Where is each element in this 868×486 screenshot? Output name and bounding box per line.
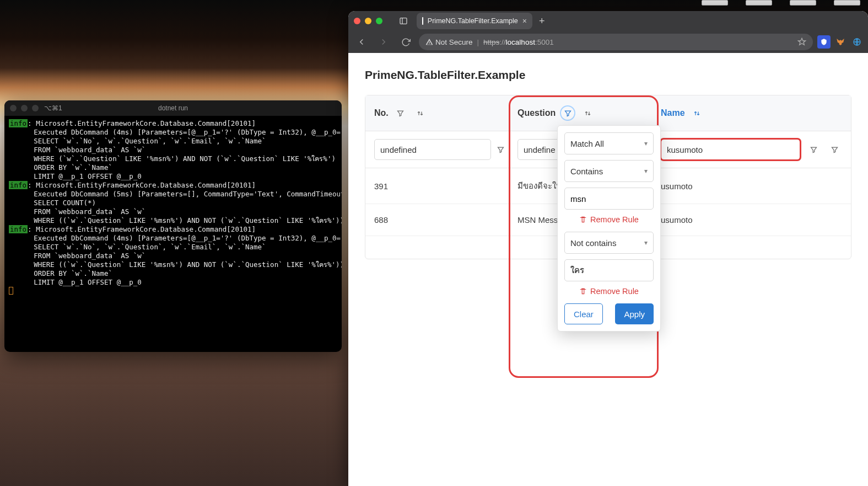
rule-operator-label: Not contains [570, 238, 616, 248]
match-mode-label: Match All [570, 139, 604, 148]
browser-tabstrip: PrimeNG.TableFilter.Example × + [348, 11, 868, 31]
rule-operator-select[interactable]: Not contains ▾ [564, 232, 654, 254]
sidebar-toggle-icon[interactable] [396, 13, 411, 29]
filter-input-no[interactable] [374, 139, 491, 160]
remove-rule-label: Remove Rule [590, 215, 639, 224]
sort-icon[interactable] [580, 105, 595, 121]
terminal-titlebar[interactable]: ⌥⌘1 dotnet run [4, 100, 342, 116]
window-zoom-dot[interactable] [376, 18, 382, 24]
extension-icon-globe[interactable] [850, 35, 864, 49]
filter-icon[interactable] [497, 142, 505, 157]
addr-separator: | [477, 38, 479, 46]
filter-icon[interactable] [806, 142, 821, 157]
svg-rect-0 [400, 18, 407, 24]
terminal-window: ⌥⌘1 dotnet run info: Microsoft.EntityFra… [4, 100, 342, 352]
sort-asc-icon[interactable] [689, 105, 705, 121]
back-button[interactable] [353, 33, 370, 51]
tab-close-icon[interactable]: × [522, 17, 527, 25]
remove-rule-button[interactable]: Remove Rule [564, 215, 654, 224]
column-label-no: No. [374, 108, 389, 118]
table-cell-no: 688 [365, 204, 509, 236]
sort-icon[interactable] [413, 105, 428, 121]
rule-operator-select[interactable]: Contains ▾ [564, 160, 654, 182]
chevron-down-icon: ▾ [644, 239, 648, 247]
table-cell-no: 391 [365, 170, 509, 202]
address-bar[interactable]: Not Secure | https://localhost:5001 [419, 34, 813, 50]
forward-button [375, 33, 392, 51]
minimize-dot[interactable] [21, 105, 28, 111]
desktop-menubar-thumbnails [675, 0, 868, 8]
tab-title: PrimeNG.TableFilter.Example [428, 17, 518, 25]
terminal-title-shortcut: ⌥⌘1 [44, 104, 62, 112]
browser-window: PrimeNG.TableFilter.Example × + Not Secu… [348, 11, 868, 486]
bookmark-icon[interactable] [797, 38, 806, 46]
rule-value-input[interactable] [564, 259, 654, 281]
table-cell-name: usumoto [652, 170, 851, 202]
page-content: PrimeNG.TableFilter.Example No. Question [348, 53, 868, 486]
close-dot[interactable] [10, 105, 17, 111]
zoom-dot[interactable] [32, 105, 39, 111]
column-header-no[interactable]: No. [365, 95, 509, 131]
not-secure-warning: Not Secure [425, 38, 473, 46]
filter-icon[interactable] [560, 105, 575, 121]
new-tab-button[interactable]: + [539, 15, 545, 27]
tab-favicon [422, 17, 423, 25]
reload-button[interactable] [397, 33, 414, 51]
clear-button[interactable]: Clear [564, 303, 603, 324]
terminal-traffic-lights[interactable] [10, 105, 39, 111]
page-title: PrimeNG.TableFilter.Example [365, 68, 851, 82]
chevron-down-icon: ▾ [644, 167, 648, 175]
table-cell-name: usumoto [652, 204, 851, 236]
apply-button[interactable]: Apply [615, 303, 654, 324]
data-table: No. Question [365, 95, 851, 259]
chevron-down-icon: ▾ [644, 140, 648, 147]
filter-icon[interactable] [393, 105, 408, 121]
remove-rule-button[interactable]: Remove Rule [564, 287, 654, 296]
column-label-name: Name [661, 108, 685, 118]
remove-rule-label: Remove Rule [590, 287, 639, 296]
extension-icon-metamask[interactable] [834, 35, 847, 49]
extension-icon-shield[interactable] [817, 35, 831, 49]
column-label-question: Question [517, 108, 556, 118]
column-filter-popover: Match All ▾ Contains ▾ Remove Rule Not c… [557, 125, 661, 332]
window-minimize-dot[interactable] [365, 18, 371, 24]
url-display: https://localhost:5001 [483, 38, 554, 46]
rule-value-field[interactable] [570, 266, 648, 275]
browser-toolbar: Not Secure | https://localhost:5001 [348, 31, 868, 53]
filter-input-name[interactable] [661, 139, 800, 160]
browser-tab-active[interactable]: PrimeNG.TableFilter.Example × [417, 13, 532, 29]
column-header-name[interactable]: Name [652, 95, 851, 131]
filter-icon[interactable] [827, 142, 842, 157]
match-mode-select[interactable]: Match All ▾ [564, 132, 654, 154]
rule-operator-label: Contains [570, 167, 603, 176]
rule-value-input[interactable] [564, 188, 654, 210]
rule-value-field[interactable] [570, 194, 648, 204]
terminal-body[interactable]: info: Microsoft.EntityFrameworkCore.Data… [4, 116, 342, 300]
extensions-area [817, 35, 864, 49]
window-close-dot[interactable] [354, 18, 360, 24]
